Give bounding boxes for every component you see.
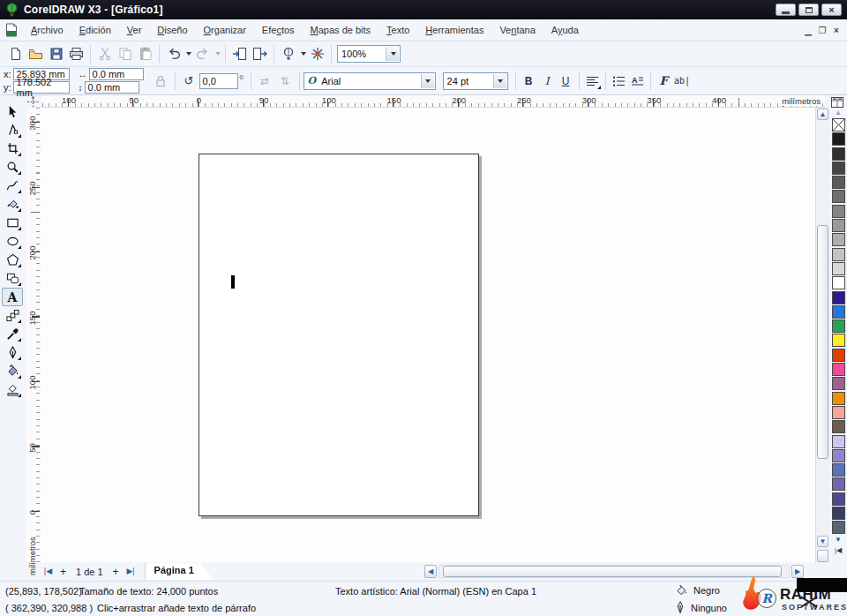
- color-swatch[interactable]: [832, 477, 845, 491]
- color-swatch[interactable]: [832, 507, 845, 520]
- smart-fill-tool[interactable]: [2, 195, 23, 214]
- palette-scroll-up-icon[interactable]: ▲: [830, 108, 846, 118]
- y-position-field[interactable]: 178.502 mm: [13, 81, 70, 94]
- minimize-button[interactable]: [776, 4, 796, 16]
- color-swatch[interactable]: [832, 162, 845, 175]
- rectangle-tool[interactable]: [2, 214, 23, 232]
- color-swatch[interactable]: [832, 420, 845, 433]
- pick-tool[interactable]: [2, 102, 23, 121]
- doc-close-icon[interactable]: ×: [829, 26, 843, 35]
- redo-icon[interactable]: [192, 44, 213, 64]
- page-tab[interactable]: Página 1: [146, 563, 214, 580]
- zoom-level-combobox[interactable]: 100%: [337, 45, 401, 63]
- color-swatch[interactable]: [832, 319, 845, 333]
- color-swatch[interactable]: [832, 377, 845, 390]
- color-swatch[interactable]: [832, 363, 845, 376]
- outline-tool[interactable]: [2, 343, 23, 362]
- corner-button[interactable]: [817, 550, 828, 562]
- fill-tool[interactable]: [2, 362, 23, 380]
- color-swatch[interactable]: [832, 406, 845, 419]
- color-swatch[interactable]: [832, 521, 845, 534]
- mirror-vertical-icon[interactable]: ⇅: [275, 71, 296, 91]
- menu-texto[interactable]: Texto: [379, 21, 417, 39]
- color-swatch[interactable]: [832, 233, 845, 246]
- open-icon[interactable]: [26, 44, 46, 64]
- italic-button[interactable]: I: [538, 71, 557, 91]
- outline-color-status[interactable]: Ninguno: [675, 601, 727, 614]
- menu-herramientas[interactable]: Herramientas: [417, 21, 491, 39]
- font-size-dropdown-icon[interactable]: [493, 74, 506, 88]
- menu-diseño[interactable]: Diseño: [149, 21, 195, 39]
- horizontal-scroll-thumb[interactable]: [443, 566, 782, 577]
- scroll-left-icon[interactable]: ◀: [424, 565, 437, 578]
- eyedropper-tool[interactable]: [2, 325, 23, 343]
- color-swatch[interactable]: [832, 449, 845, 462]
- bold-button[interactable]: B: [520, 71, 538, 91]
- color-swatch[interactable]: [832, 492, 845, 506]
- restore-button[interactable]: [798, 4, 819, 16]
- font-size-combobox[interactable]: 24 pt: [443, 72, 508, 90]
- export-icon[interactable]: [250, 44, 270, 64]
- text-alignment-icon[interactable]: [583, 71, 602, 91]
- edit-text-icon[interactable]: ab|: [673, 71, 692, 91]
- color-swatch[interactable]: [832, 147, 845, 161]
- menu-ventana[interactable]: Ventana: [491, 21, 543, 39]
- palette-scroll-down-icon[interactable]: ▼: [830, 536, 846, 546]
- menu-efectos[interactable]: Efectos: [254, 21, 303, 39]
- color-swatch[interactable]: [832, 132, 845, 146]
- color-swatch[interactable]: [832, 219, 845, 232]
- menu-ver[interactable]: Ver: [119, 21, 150, 39]
- freehand-tool[interactable]: [2, 177, 23, 195]
- menu-archivo[interactable]: Archivo: [23, 21, 71, 39]
- add-page-after-icon[interactable]: +: [109, 564, 124, 579]
- basic-shapes-tool[interactable]: [2, 269, 23, 288]
- interactive-blend-tool[interactable]: [2, 306, 23, 325]
- close-button[interactable]: ×: [821, 4, 842, 16]
- save-icon[interactable]: [46, 44, 66, 64]
- crop-tool[interactable]: [2, 139, 23, 158]
- color-swatch[interactable]: [832, 435, 845, 448]
- color-swatch[interactable]: [832, 349, 845, 362]
- page-surface[interactable]: [199, 154, 479, 516]
- add-page-before-icon[interactable]: +: [56, 564, 71, 579]
- zoom-dropdown-icon[interactable]: [386, 47, 399, 61]
- menu-organizar[interactable]: Organizar: [196, 21, 254, 39]
- font-list-combobox[interactable]: O Arial: [304, 72, 436, 90]
- paste-icon[interactable]: [135, 44, 155, 64]
- text-tool[interactable]: A: [2, 288, 23, 306]
- first-page-icon[interactable]: |◀: [41, 564, 56, 579]
- font-dropdown-icon[interactable]: [421, 74, 434, 88]
- palette-expand-icon[interactable]: |◀: [830, 546, 846, 554]
- undo-dropdown-icon[interactable]: [184, 44, 192, 64]
- doc-restore-icon[interactable]: ❐: [815, 26, 829, 35]
- scroll-right-icon[interactable]: ▶: [791, 565, 804, 578]
- vertical-scroll-thumb[interactable]: [817, 225, 828, 459]
- mirror-horizontal-icon[interactable]: ⇄: [255, 71, 275, 91]
- color-swatch[interactable]: [832, 463, 845, 477]
- menu-ayuda[interactable]: Ayuda: [543, 21, 587, 39]
- scroll-up-icon[interactable]: ▲: [817, 109, 828, 120]
- zoom-tool[interactable]: [2, 158, 23, 177]
- character-formatting-icon[interactable]: F: [655, 71, 673, 91]
- horizontal-scrollbar[interactable]: [438, 565, 790, 578]
- polygon-tool[interactable]: [2, 251, 23, 269]
- color-swatch[interactable]: [832, 334, 845, 347]
- fill-color-status[interactable]: Negro: [675, 584, 720, 597]
- undo-icon[interactable]: [163, 44, 184, 64]
- object-width-field[interactable]: 0.0 mm: [89, 68, 144, 80]
- color-swatch[interactable]: [832, 291, 845, 304]
- last-page-icon[interactable]: ▶|: [124, 564, 139, 579]
- rotation-angle-field[interactable]: 0,0: [199, 73, 238, 89]
- object-height-field[interactable]: 0.0 mm: [85, 81, 139, 94]
- color-swatch[interactable]: [832, 305, 845, 319]
- vertical-scrollbar[interactable]: ▲ ▼: [815, 108, 829, 563]
- color-swatch[interactable]: [832, 248, 845, 261]
- color-swatch[interactable]: [832, 276, 845, 289]
- doc-minimize-icon[interactable]: ▁: [801, 26, 815, 35]
- copy-icon[interactable]: [115, 44, 135, 64]
- cut-icon[interactable]: [94, 44, 115, 64]
- color-swatch[interactable]: [832, 392, 845, 405]
- new-document-icon[interactable]: [5, 44, 26, 64]
- lock-ratio-icon[interactable]: [151, 71, 171, 91]
- import-icon[interactable]: [229, 44, 250, 64]
